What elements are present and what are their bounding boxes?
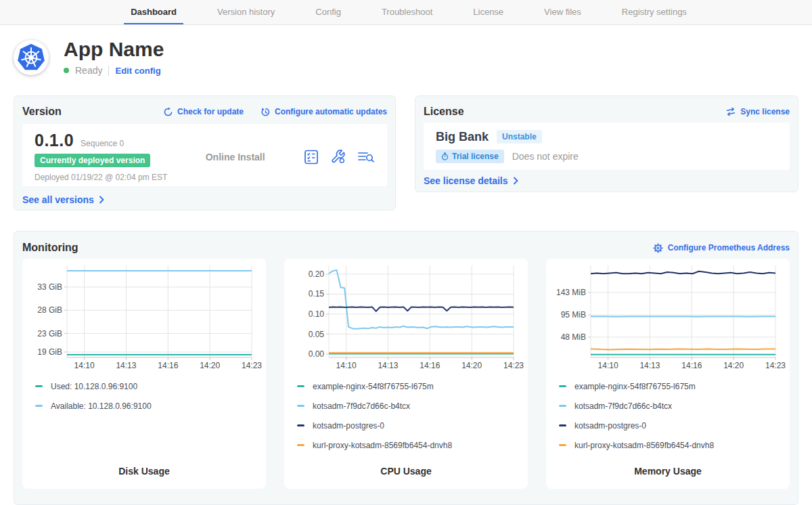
legend-color-dash	[297, 444, 304, 446]
version-title: Version	[22, 106, 62, 118]
disk-usage-legend: Used: 10.128.0.96:9100Available: 10.128.…	[35, 376, 266, 416]
clock-refresh-icon	[261, 108, 270, 116]
refresh-icon	[164, 108, 173, 116]
version-number: 0.1.0	[35, 131, 74, 149]
svg-text:0.05: 0.05	[309, 330, 325, 339]
tab-config[interactable]: Config	[309, 0, 348, 24]
app-header: App Name Ready Edit config	[14, 40, 798, 75]
license-title: License	[424, 106, 464, 118]
legend-item: Available: 10.128.0.96:9100	[35, 396, 266, 416]
tab-license[interactable]: License	[466, 0, 510, 24]
legend-label: kotsadm-postgres-0	[313, 421, 384, 431]
svg-text:14:23: 14:23	[503, 361, 524, 370]
disk-usage-chart: 33 GiB28 GiB23 GiB19 GiB14:1014:1314:161…	[25, 259, 263, 372]
legend-item: kotsadm-postgres-0	[559, 416, 790, 435]
legend-color-dash	[559, 424, 566, 426]
current-version-box: 0.1.0 Sequence 0 Currently deployed vers…	[22, 124, 387, 186]
legend-color-dash	[559, 405, 566, 407]
top-nav: DashboardVersion historyConfigTroublesho…	[0, 0, 812, 25]
sync-icon	[726, 108, 736, 116]
license-box: Big Bank Unstable Trial license Does not…	[424, 123, 790, 170]
svg-text:0.10: 0.10	[309, 309, 325, 319]
svg-text:14:16: 14:16	[420, 361, 440, 370]
cpu-usage-chart: 0.200.150.100.050.0014:1014:1314:1614:20…	[287, 259, 525, 372]
sync-license-link[interactable]: Sync license	[726, 107, 790, 116]
legend-color-dash	[35, 405, 43, 407]
legend-color-dash	[35, 385, 43, 387]
monitoring-card: Monitoring Configure Prometheus Address …	[14, 231, 798, 505]
legend-color-dash	[297, 385, 304, 387]
page-content: App Name Ready Edit config Version	[0, 40, 812, 505]
divider	[108, 66, 109, 76]
legend-item: Used: 10.128.0.96:9100	[35, 376, 266, 396]
deploy-logs-icon[interactable]	[357, 149, 375, 165]
legend-color-dash	[297, 424, 304, 426]
sequence-label: Sequence 0	[81, 139, 124, 148]
legend-item: kurl-proxy-kotsadm-8569fb6454-dnvh8	[297, 435, 528, 455]
tab-registry-settings[interactable]: Registry settings	[615, 0, 694, 24]
memory-usage-chart: 143 MiB95 MiB48 MiB14:1014:1314:1614:201…	[549, 259, 787, 372]
cpu-usage-legend: example-nginx-54f8f76755-l675mkotsadm-7f…	[297, 376, 528, 455]
see-all-versions-link[interactable]: See all versions	[22, 194, 104, 205]
version-info: 0.1.0 Sequence 0 Currently deployed vers…	[35, 131, 167, 182]
license-expiration: Does not expire	[512, 151, 579, 162]
legend-label: kotsadm-7f9dc7d66c-b4tcx	[313, 401, 410, 411]
config-wrench-icon[interactable]	[330, 149, 346, 165]
preflight-checks-icon[interactable]	[303, 149, 319, 165]
tab-troubleshoot[interactable]: Troubleshoot	[375, 0, 439, 24]
configure-prometheus-link[interactable]: Configure Prometheus Address	[653, 243, 790, 253]
disk-usage-card: 33 GiB28 GiB23 GiB19 GiB14:1014:1314:161…	[22, 259, 266, 489]
legend-label: example-nginx-54f8f76755-l675m	[313, 382, 434, 391]
svg-text:14:13: 14:13	[116, 361, 136, 370]
svg-text:14:23: 14:23	[765, 361, 786, 370]
license-card: License Sync license Big Bank Unstable	[415, 95, 798, 192]
monitoring-title: Monitoring	[22, 242, 78, 254]
legend-label: kotsadm-7f9dc7d66c-b4tcx	[574, 401, 672, 411]
see-license-details-link[interactable]: See license details	[424, 175, 518, 186]
install-type-label: Online Install	[167, 152, 303, 162]
legend-label: kurl-proxy-kotsadm-8569fb6454-dnvh8	[313, 441, 452, 450]
svg-text:14:23: 14:23	[242, 361, 262, 370]
configure-automatic-updates-link[interactable]: Configure automatic updates	[261, 107, 387, 116]
app-title: App Name	[64, 39, 164, 60]
svg-text:0.20: 0.20	[309, 269, 325, 279]
svg-text:14:13: 14:13	[378, 361, 398, 370]
app-status: Ready	[75, 65, 102, 76]
legend-item: kurl-proxy-kotsadm-8569fb6454-dnvh8	[559, 435, 790, 455]
chevron-right-icon	[99, 196, 104, 204]
svg-text:14:16: 14:16	[158, 361, 178, 370]
legend-item: kotsadm-7f9dc7d66c-b4tcx	[559, 396, 790, 416]
svg-text:14:20: 14:20	[723, 361, 744, 370]
legend-color-dash	[559, 385, 566, 387]
tab-version-history[interactable]: Version history	[210, 0, 281, 24]
trial-license-badge: Trial license	[436, 150, 504, 163]
svg-text:14:10: 14:10	[74, 361, 95, 370]
legend-item: kotsadm-postgres-0	[297, 416, 528, 435]
stopwatch-icon	[441, 152, 449, 160]
svg-text:48 MiB: 48 MiB	[561, 332, 586, 342]
legend-color-dash	[297, 405, 304, 407]
cpu-usage-card: 0.200.150.100.050.0014:1014:1314:1614:20…	[284, 259, 528, 489]
svg-text:19 GiB: 19 GiB	[37, 347, 62, 357]
legend-label: kotsadm-postgres-0	[574, 421, 646, 431]
svg-text:0.00: 0.00	[309, 349, 325, 359]
svg-text:28 GiB: 28 GiB	[37, 305, 62, 315]
edit-config-link[interactable]: Edit config	[115, 66, 160, 76]
cpu-usage-title: CPU Usage	[284, 466, 528, 477]
tab-dashboard[interactable]: Dashboard	[124, 0, 183, 24]
svg-text:14:10: 14:10	[336, 361, 357, 370]
legend-label: Used: 10.128.0.96:9100	[51, 382, 137, 391]
version-card: Version Check for update	[14, 95, 396, 211]
svg-text:14:20: 14:20	[200, 361, 220, 370]
legend-item: example-nginx-54f8f76755-l675m	[559, 376, 790, 396]
svg-text:95 MiB: 95 MiB	[561, 310, 586, 320]
gear-icon	[653, 243, 663, 253]
license-customer: Big Bank	[436, 129, 489, 144]
tab-view-files[interactable]: View files	[537, 0, 588, 24]
status-dot	[64, 68, 69, 73]
app-title-block: App Name Ready Edit config	[64, 39, 164, 76]
legend-item: kotsadm-7f9dc7d66c-b4tcx	[297, 396, 528, 416]
memory-usage-card: 143 MiB95 MiB48 MiB14:1014:1314:1614:201…	[546, 259, 790, 489]
svg-text:14:20: 14:20	[461, 361, 482, 370]
check-for-update-link[interactable]: Check for update	[164, 107, 244, 116]
